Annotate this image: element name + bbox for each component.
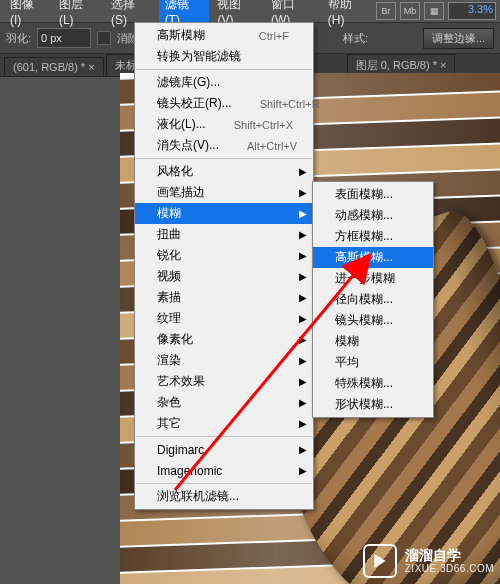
menu-item[interactable]: 镜头校正(R)...Shift+Ctrl+R: [135, 93, 313, 114]
chevron-right-icon: ▶: [299, 272, 307, 282]
menu-item[interactable]: 其它▶: [135, 413, 313, 434]
chevron-right-icon: ▶: [299, 314, 307, 324]
antialias-checkbox[interactable]: [97, 31, 111, 45]
chevron-right-icon: ▶: [299, 356, 307, 366]
menu-item[interactable]: 消失点(V)...Alt+Ctrl+V: [135, 135, 313, 156]
chevron-right-icon: ▶: [299, 293, 307, 303]
feather-input[interactable]: [37, 28, 91, 48]
close-icon[interactable]: ×: [440, 59, 446, 71]
feather-label: 羽化:: [6, 31, 31, 46]
chevron-right-icon: ▶: [299, 188, 307, 198]
submenu-item[interactable]: 动感模糊...: [313, 205, 433, 226]
menu-item[interactable]: 画笔描边▶: [135, 182, 313, 203]
menu-image[interactable]: 图像(I): [4, 0, 51, 29]
chevron-right-icon: ▶: [299, 398, 307, 408]
watermark-brand: 溜溜自学: [405, 548, 494, 563]
menu-item[interactable]: 模糊▶: [135, 203, 313, 224]
chevron-right-icon: ▶: [299, 209, 307, 219]
blur-submenu: 表面模糊...动感模糊...方框模糊...高斯模糊...进一步模糊径向模糊...…: [312, 181, 434, 418]
submenu-item[interactable]: 平均: [313, 352, 433, 373]
play-icon: [363, 544, 397, 578]
submenu-item[interactable]: 特殊模糊...: [313, 373, 433, 394]
menu-item[interactable]: 艺术效果▶: [135, 371, 313, 392]
minibridge-icon[interactable]: Mb: [400, 2, 420, 20]
toolbar-right: Br Mb ▦ 3.3%: [376, 2, 496, 20]
watermark-url: ZIXUE.3D66.COM: [405, 563, 494, 574]
style-label: 样式:: [343, 31, 368, 46]
menu-item[interactable]: Digimarc▶: [135, 439, 313, 460]
menu-help[interactable]: 帮助(H): [322, 0, 374, 29]
chevron-right-icon: ▶: [299, 251, 307, 261]
menu-item[interactable]: 锐化▶: [135, 245, 313, 266]
menu-item[interactable]: 滤镜库(G)...: [135, 72, 313, 93]
chevron-right-icon: ▶: [299, 419, 307, 429]
refine-edge-button[interactable]: 调整边缘...: [423, 28, 494, 49]
submenu-item[interactable]: 方框模糊...: [313, 226, 433, 247]
filter-menu: 高斯模糊Ctrl+F转换为智能滤镜滤镜库(G)...镜头校正(R)...Shif…: [134, 22, 314, 510]
menu-item[interactable]: 高斯模糊Ctrl+F: [135, 25, 313, 46]
zoom-input[interactable]: 3.3%: [448, 2, 496, 20]
arrange-icon[interactable]: ▦: [424, 2, 444, 20]
bridge-icon[interactable]: Br: [376, 2, 396, 20]
chevron-right-icon: ▶: [299, 335, 307, 345]
watermark: 溜溜自学 ZIXUE.3D66.COM: [363, 544, 494, 578]
chevron-right-icon: ▶: [299, 167, 307, 177]
submenu-item[interactable]: 高斯模糊...: [313, 247, 433, 268]
menu-layer[interactable]: 图层(L): [53, 0, 103, 29]
chevron-right-icon: ▶: [299, 377, 307, 387]
chevron-right-icon: ▶: [299, 466, 307, 476]
submenu-item[interactable]: 表面模糊...: [313, 184, 433, 205]
submenu-item[interactable]: 形状模糊...: [313, 394, 433, 415]
submenu-item[interactable]: 进一步模糊: [313, 268, 433, 289]
menu-item[interactable]: 液化(L)...Shift+Ctrl+X: [135, 114, 313, 135]
menu-item[interactable]: 杂色▶: [135, 392, 313, 413]
menubar: 图像(I) 图层(L) 选择(S) 滤镜(T) 视图(V) 窗口(W) 帮助(H…: [0, 0, 500, 22]
menu-item[interactable]: 像素化▶: [135, 329, 313, 350]
menu-item[interactable]: 纹理▶: [135, 308, 313, 329]
menu-item[interactable]: 扭曲▶: [135, 224, 313, 245]
chevron-right-icon: ▶: [299, 445, 307, 455]
chevron-right-icon: ▶: [299, 230, 307, 240]
menu-item[interactable]: 风格化▶: [135, 161, 313, 182]
menu-item[interactable]: 渲染▶: [135, 350, 313, 371]
menu-item[interactable]: 浏览联机滤镜...: [135, 486, 313, 507]
submenu-item[interactable]: 镜头模糊...: [313, 310, 433, 331]
menu-item[interactable]: 视频▶: [135, 266, 313, 287]
submenu-item[interactable]: 模糊: [313, 331, 433, 352]
menu-item[interactable]: 素描▶: [135, 287, 313, 308]
submenu-item[interactable]: 径向模糊...: [313, 289, 433, 310]
tab-1[interactable]: (601, RGB/8) * ×: [4, 57, 104, 76]
menu-item[interactable]: Imagenomic▶: [135, 460, 313, 481]
close-icon[interactable]: ×: [88, 61, 94, 73]
menu-item[interactable]: 转换为智能滤镜: [135, 46, 313, 67]
